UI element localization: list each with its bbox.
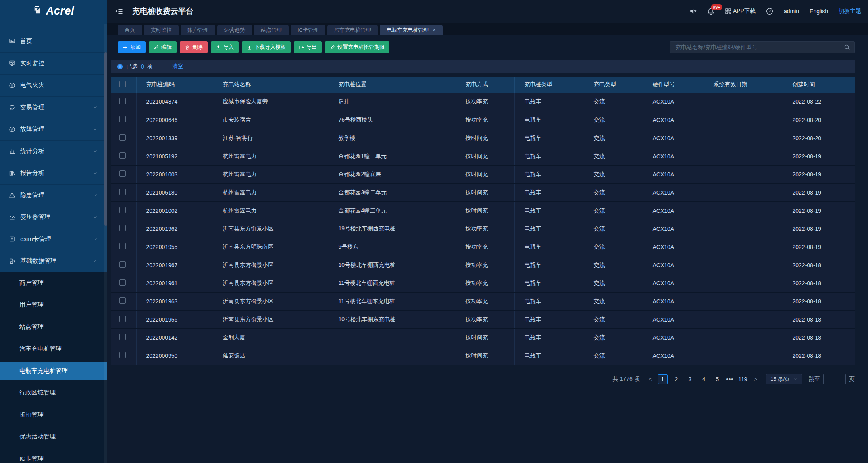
notification-bell-icon[interactable]: 99+ bbox=[707, 8, 714, 15]
chevron-down-icon bbox=[93, 171, 98, 176]
sidebar-item-实时监控[interactable]: 实时监控 bbox=[0, 52, 107, 75]
row-checkbox[interactable] bbox=[119, 316, 126, 322]
tab-汽车充电桩管理[interactable]: 汽车充电桩管理 bbox=[327, 25, 378, 35]
row-checkbox[interactable] bbox=[119, 243, 126, 249]
language-switch[interactable]: English bbox=[810, 8, 828, 15]
username[interactable]: admin bbox=[784, 8, 799, 15]
sidebar-subitem-用户管理[interactable]: 用户管理 bbox=[0, 294, 107, 316]
row-checkbox[interactable] bbox=[119, 352, 126, 358]
sidebar-subitem-电瓶车充电桩管理[interactable]: 电瓶车充电桩管理 bbox=[0, 360, 107, 382]
sidebar-item-报告分析[interactable]: 报告分析 bbox=[0, 162, 107, 184]
sidebar-scrollbar-thumb[interactable] bbox=[104, 52, 107, 226]
column-header-充电类型: 充电类型 bbox=[584, 77, 643, 93]
tab-IC卡管理[interactable]: IC卡管理 bbox=[291, 25, 325, 35]
row-checkbox[interactable] bbox=[119, 189, 126, 195]
column-header-充电桩类型: 充电桩类型 bbox=[514, 77, 584, 93]
cell: 2022-08-18 bbox=[783, 347, 855, 365]
sidebar-item-esim卡管理[interactable]: esim卡管理 bbox=[0, 228, 107, 250]
tab-首页[interactable]: 首页 bbox=[118, 25, 142, 35]
cell: 2021005180 bbox=[136, 183, 213, 201]
table-row: 2022001003杭州雷霆电力金都花园2幢底层按时间充电瓶车交流ACX10A2… bbox=[111, 165, 855, 183]
row-checkbox[interactable] bbox=[119, 297, 126, 304]
app-download-button[interactable]: APP下载 bbox=[725, 8, 756, 15]
cell: 76号楼西楼头 bbox=[329, 111, 456, 129]
cell: 2022001339 bbox=[136, 129, 213, 147]
删除-button[interactable]: 删除 bbox=[180, 41, 208, 53]
sidebar-item-首页[interactable]: 首页 bbox=[0, 30, 107, 52]
chevron-down-icon bbox=[93, 215, 98, 220]
search-input[interactable] bbox=[675, 44, 844, 50]
row-checkbox[interactable] bbox=[119, 98, 126, 104]
page-button-5[interactable]: 5 bbox=[713, 374, 722, 384]
row-checkbox[interactable] bbox=[119, 225, 126, 231]
table-row: 2022001002杭州雷霆电力金都花园4幢三单元按时间充电瓶车交流ACX10A… bbox=[111, 201, 855, 220]
cell: 市安装宿舍 bbox=[213, 111, 329, 129]
row-checkbox[interactable] bbox=[119, 334, 126, 340]
tab-站点管理[interactable]: 站点管理 bbox=[254, 25, 289, 35]
prev-page-button[interactable]: < bbox=[647, 376, 654, 382]
page-button-1[interactable]: 1 bbox=[658, 374, 668, 384]
sidebar-item-隐患管理[interactable]: 隐患管理 bbox=[0, 184, 107, 206]
page-button-4[interactable]: 4 bbox=[699, 374, 709, 384]
sidebar-subitem-行政区域管理[interactable]: 行政区域管理 bbox=[0, 382, 107, 404]
cell: 交流 bbox=[584, 220, 643, 238]
row-checkbox-cell bbox=[111, 111, 136, 129]
tab-实时监控[interactable]: 实时监控 bbox=[144, 25, 179, 35]
chevron-down-icon bbox=[93, 237, 98, 241]
sidebar-item-变压器管理[interactable]: 变压器管理 bbox=[0, 206, 107, 228]
mute-speaker-icon[interactable] bbox=[689, 8, 697, 15]
tab-电瓶车充电桩管理[interactable]: 电瓶车充电桩管理× bbox=[380, 25, 443, 35]
sidebar-item-基础数据管理[interactable]: 基础数据管理 bbox=[0, 250, 107, 272]
next-page-button[interactable]: > bbox=[752, 376, 759, 382]
select-all-checkbox[interactable] bbox=[119, 81, 126, 87]
search-box bbox=[670, 41, 855, 53]
tab-运营趋势[interactable]: 运营趋势 bbox=[217, 25, 252, 35]
help-icon[interactable] bbox=[766, 8, 773, 15]
pagination-total: 共 1776 项 bbox=[613, 376, 640, 383]
row-checkbox[interactable] bbox=[119, 152, 126, 159]
row-checkbox[interactable] bbox=[119, 261, 126, 268]
编辑-button[interactable]: 编辑 bbox=[149, 41, 177, 53]
sidebar-subitem-label: 电瓶车充电桩管理 bbox=[0, 362, 107, 380]
row-checkbox[interactable] bbox=[119, 207, 126, 213]
tab-close-icon[interactable]: × bbox=[433, 25, 436, 35]
theme-switch-link[interactable]: 切换主题 bbox=[839, 8, 861, 15]
sidebar-subitem-站点管理[interactable]: 站点管理 bbox=[0, 316, 107, 338]
下载导入模板-button[interactable]: 下载导入模板 bbox=[242, 41, 291, 53]
cell: 2022001961 bbox=[136, 274, 213, 292]
page-button-2[interactable]: 2 bbox=[672, 374, 681, 384]
添加-button[interactable]: 添加 bbox=[118, 41, 146, 53]
cell: 延安饭店 bbox=[213, 347, 329, 365]
sidebar-item-故障管理[interactable]: 故障管理 bbox=[0, 118, 107, 140]
page-button-3[interactable]: 3 bbox=[685, 374, 695, 384]
tab-账户管理[interactable]: 账户管理 bbox=[181, 25, 215, 35]
导入-button[interactable]: 导入 bbox=[211, 41, 239, 53]
row-checkbox[interactable] bbox=[119, 134, 126, 141]
collapse-sidebar-icon[interactable] bbox=[115, 7, 123, 15]
cell: 电瓶车 bbox=[514, 201, 584, 220]
jump-page-input[interactable] bbox=[823, 374, 846, 384]
page-title: 充电桩收费云平台 bbox=[132, 6, 194, 17]
sidebar-subitem-优惠活动管理[interactable]: 优惠活动管理 bbox=[0, 426, 107, 448]
clear-selection-link[interactable]: 清空 bbox=[172, 63, 183, 70]
sidebar-item-交易管理[interactable]: 交易管理 bbox=[0, 96, 107, 118]
sidebar-subitem-汽车充电桩管理[interactable]: 汽车充电桩管理 bbox=[0, 338, 107, 360]
row-checkbox[interactable] bbox=[119, 170, 126, 177]
row-checkbox[interactable] bbox=[119, 116, 126, 122]
cell: 11号楼北车棚西充电桩 bbox=[329, 274, 456, 292]
search-icon[interactable] bbox=[844, 44, 850, 50]
sidebar-item-统计分析[interactable]: 统计分析 bbox=[0, 140, 107, 162]
sidebar-subitem-IC卡管理[interactable]: IC卡管理 bbox=[0, 448, 107, 463]
cell: 电瓶车 bbox=[514, 147, 584, 165]
sidebar-scrollbar[interactable] bbox=[104, 24, 107, 463]
导出-button[interactable]: 导出 bbox=[294, 41, 322, 53]
sidebar-subitem-折扣管理[interactable]: 折扣管理 bbox=[0, 404, 107, 426]
page-ellipsis[interactable]: ••• bbox=[726, 376, 734, 382]
page-size-select[interactable]: 15 条/页 bbox=[766, 374, 802, 384]
sidebar-item-电气火灾[interactable]: 电气火灾 bbox=[0, 74, 107, 96]
sidebar-subitem-商户管理[interactable]: 商户管理 bbox=[0, 272, 107, 294]
sidebar-item-label: esim卡管理 bbox=[20, 235, 93, 243]
row-checkbox[interactable] bbox=[119, 279, 126, 286]
设置充电桩托管期限-button[interactable]: 设置充电桩托管期限 bbox=[325, 41, 389, 53]
page-button-119[interactable]: 119 bbox=[737, 374, 748, 384]
